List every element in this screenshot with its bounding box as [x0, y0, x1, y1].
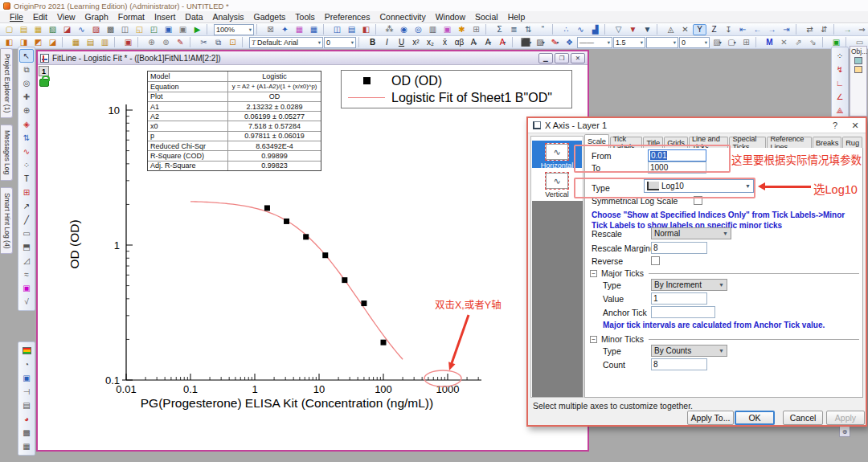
dialog-title-bar[interactable]: X Axis - Layer 1 ? ✕: [528, 118, 866, 133]
dialog-help-button[interactable]: ?: [829, 121, 841, 130]
dialog-tab-rug[interactable]: Rug: [842, 137, 862, 148]
apps-gallery-icon[interactable]: ✱: [455, 24, 469, 35]
reapply-filter-icon[interactable]: ▼: [641, 24, 654, 35]
dialog-tab-special-ticks[interactable]: Special Ticks: [729, 137, 766, 148]
tile-windows-icon[interactable]: ◫: [330, 24, 344, 35]
worksheet-view-icon[interactable]: ▥: [426, 24, 440, 35]
data-point[interactable]: [322, 252, 328, 258]
data-filter-icon[interactable]: ▽: [612, 24, 625, 35]
data-highlighter-icon[interactable]: ⊚: [159, 37, 173, 48]
screen-reader-tool-icon[interactable]: ⊕: [19, 104, 34, 117]
new-2d-graph-icon[interactable]: ▨: [89, 24, 103, 35]
zoom-window-icon[interactable]: ◎: [411, 24, 425, 35]
font-combo[interactable]: TDefault: Arial▾: [249, 37, 323, 48]
line-width-combo[interactable]: 1.5▾: [613, 37, 645, 48]
cut-icon[interactable]: ✂: [197, 37, 211, 48]
insert-equation-icon[interactable]: √: [19, 295, 34, 309]
menu-format[interactable]: Format: [113, 12, 149, 22]
major-type-dropdown[interactable]: By Increment▼: [651, 279, 727, 291]
plot-scatter-icon[interactable]: ∴: [559, 24, 573, 35]
row-stats-icon[interactable]: ≣: [507, 24, 521, 35]
data-point[interactable]: [361, 301, 366, 306]
go-previous-icon[interactable]: ←: [751, 24, 764, 35]
graph-window-title-bar[interactable]: FitLine - Logistic Fit * - ([Book1]FitNL…: [38, 51, 588, 65]
collapse-icon[interactable]: −: [590, 270, 597, 277]
x-axis-title[interactable]: PG(Progesterone) ELISA Kit (Concentratio…: [86, 396, 488, 411]
count-input[interactable]: 8: [651, 358, 707, 370]
add-layer-icon[interactable]: ◧: [2, 37, 16, 48]
zoom-combo[interactable]: 100%▾: [214, 24, 254, 35]
move-to-front-icon[interactable]: ⇒: [855, 24, 868, 35]
rescale-axes-icon[interactable]: ⇄: [803, 24, 817, 35]
super-sub-icon[interactable]: x̄: [438, 37, 452, 48]
font-color-icon[interactable]: A▾: [496, 37, 510, 48]
add-inset-with-data-icon[interactable]: ◪: [46, 37, 59, 48]
plot-line-icon[interactable]: ∿: [574, 24, 588, 35]
rescale-margin-input[interactable]: 8: [651, 242, 707, 254]
major-value-input[interactable]: 1: [651, 292, 707, 305]
menu-data[interactable]: Data: [180, 12, 207, 22]
menu-tools[interactable]: Tools: [290, 12, 320, 22]
fill-color-icon[interactable]: ⬛▾: [519, 37, 533, 48]
freehand-tool-icon[interactable]: ≈: [19, 268, 34, 281]
protect-sheet-icon[interactable]: ⊠: [264, 24, 277, 35]
menu-file[interactable]: File: [5, 12, 28, 22]
mask-range-icon[interactable]: ◬: [664, 24, 678, 35]
reverse-checkbox[interactable]: [651, 256, 660, 265]
new-table-icon[interactable]: ▦: [307, 24, 321, 35]
layer-management-icon[interactable]: ▥: [98, 37, 112, 48]
grid-tool-icon[interactable]: ▩: [19, 426, 34, 440]
layout-tool-icon[interactable]: ▤: [19, 399, 34, 412]
frame-style-icon[interactable]: ▢▾: [725, 37, 739, 48]
menu-gadgets[interactable]: Gadgets: [249, 12, 291, 22]
fit-multipeak-tool-icon[interactable]: ⟁: [833, 104, 847, 117]
add-app-icon[interactable]: ⊞: [469, 24, 483, 35]
decrease-font-icon[interactable]: A▾: [481, 37, 495, 48]
symbol-style-icon[interactable]: ❖: [563, 37, 576, 48]
line-border-color-icon[interactable]: ✎▾: [548, 37, 562, 48]
extract-layers-icon[interactable]: ▤: [84, 37, 97, 48]
arrow-tool-icon[interactable]: ↗: [19, 199, 34, 213]
exchange-xy-icon[interactable]: ⇵: [817, 24, 831, 35]
timer-tool-icon[interactable]: ◕: [19, 412, 34, 426]
menu-view[interactable]: View: [52, 12, 80, 22]
fit-polynomial-tool-icon[interactable]: ∟: [833, 76, 847, 90]
graph-canvas[interactable]: 1 0.010.111010010000.1110 ModelLogisticE…: [38, 65, 588, 450]
fit-linear-tool-icon[interactable]: ↯: [833, 63, 847, 76]
graph-window[interactable]: FitLine - Logistic Fit * - ([Book1]FitNL…: [36, 50, 589, 452]
mask-point-icon[interactable]: M: [763, 37, 776, 48]
script-window-icon[interactable]: ▣: [440, 24, 454, 35]
import-wizard-icon[interactable]: ▶: [190, 24, 204, 35]
line-tool-icon[interactable]: ╱: [19, 213, 34, 227]
apply-button[interactable]: Apply: [826, 411, 865, 425]
refresh-icon[interactable]: ✦: [278, 24, 292, 35]
graph-restore-button[interactable]: ❐: [555, 53, 569, 63]
extract-data-icon[interactable]: ↧: [722, 24, 735, 35]
unmask-range-icon[interactable]: ✕: [678, 24, 692, 35]
menu-social[interactable]: Social: [470, 12, 503, 22]
plot-column-icon[interactable]: ▟: [588, 24, 602, 35]
greek-icon[interactable]: αβ: [452, 37, 466, 48]
remove-filter-icon[interactable]: ▼: [626, 24, 640, 35]
new-workbook-icon[interactable]: ▦: [31, 24, 45, 35]
apply-to-button[interactable]: Apply To...: [687, 411, 734, 425]
cancel-button[interactable]: Cancel: [783, 411, 823, 425]
font-size-combo[interactable]: 0▾: [324, 37, 356, 48]
scale-in-tool-icon[interactable]: ⧉: [19, 63, 34, 76]
table-tool-icon[interactable]: ▦: [19, 440, 34, 453]
x-axis-dialog[interactable]: X Axis - Layer 1 ? ✕ ScaleTick LabelsTit…: [526, 117, 867, 427]
rectangle-tool-icon[interactable]: ▭: [19, 227, 34, 240]
menu-preferences[interactable]: Preferences: [320, 12, 375, 22]
data-point[interactable]: [303, 234, 309, 239]
dialog-tab-reference-lines[interactable]: Reference Lines: [767, 137, 811, 148]
project-explorer-icon[interactable]: ⁂: [383, 24, 396, 35]
italic-icon[interactable]: I: [380, 37, 394, 48]
new-graph-icon[interactable]: ◪: [60, 24, 74, 35]
text-annotation-icon[interactable]: “: [536, 24, 550, 35]
sort-columns-icon[interactable]: ⇅: [522, 24, 535, 35]
new-folder-icon[interactable]: ▤: [17, 24, 31, 35]
scatter-mask-tool-icon[interactable]: ⁘: [833, 49, 847, 63]
menu-insert[interactable]: Insert: [149, 12, 180, 22]
data-point[interactable]: [284, 219, 289, 224]
swap-y-icon[interactable]: Y: [693, 24, 706, 35]
